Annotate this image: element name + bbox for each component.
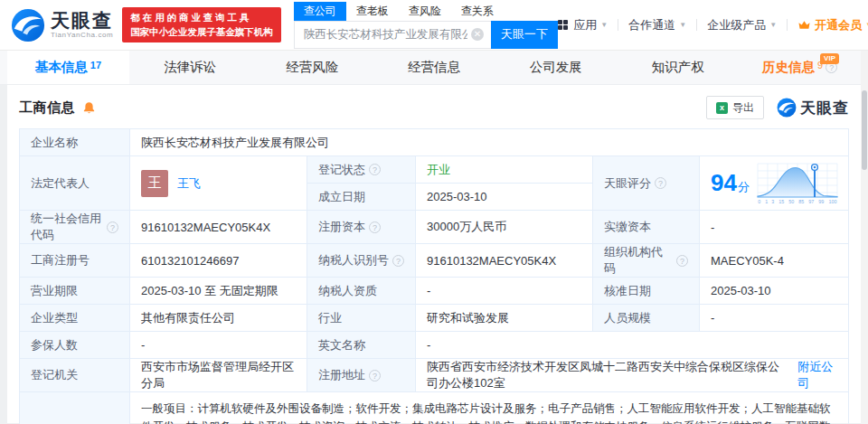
chevron-down-icon: ▼ [769, 21, 777, 29]
nav-vip-label: 开通会员 [815, 17, 862, 33]
help-icon[interactable]: ? [655, 177, 666, 189]
field-label: 企业名称 [20, 129, 130, 156]
field-label: 登记状态 ? [307, 156, 416, 184]
axis-tick: 3 [771, 199, 774, 203]
divider [696, 19, 697, 31]
nav-apps[interactable]: 应用 ▼ [558, 17, 608, 33]
table-row: 企业类型 其他有限责任公司 行业 研究和试验发展 人员规模 - [20, 305, 849, 332]
tab-operating-risk[interactable]: 经营风险 [251, 51, 373, 84]
tab-basic-info[interactable]: 基本信息 17 [7, 51, 129, 84]
table-row: 统一社会信用代码 ? 91610132MAECY05K4X 注册资本 ? 300… [20, 211, 849, 244]
field-label-text: 注册资本 [318, 219, 365, 235]
score-distribution-chart[interactable]: 0131550859799100 [757, 163, 838, 204]
nav-partner[interactable]: 合作通道 ▼ [628, 17, 686, 33]
field-label: 核准日期 [593, 278, 700, 305]
chevron-down-icon: ▼ [600, 21, 608, 29]
export-button[interactable]: x 导出 [706, 96, 764, 119]
industry-value: 研究和试验发展 [416, 305, 593, 332]
nav-vip[interactable]: 开通会员 ▼ [797, 17, 868, 33]
help-icon[interactable]: ? [392, 255, 404, 267]
table-row: 法定代表人 王 王飞 登记状态 ? 开业 成立日期 2025-03-10 [20, 156, 849, 211]
company-type-value: 其他有限责任公司 [130, 305, 307, 332]
nav-apps-label: 应用 [573, 17, 597, 33]
tianyancha-logo[interactable]: 天眼查 TianYanCha.com [11, 8, 113, 42]
org-code-value: MAECY05K-4 [700, 244, 849, 278]
watermark-text: 天眼查 [800, 98, 849, 118]
search-tab-company[interactable]: 查公司 [294, 2, 346, 21]
help-icon[interactable]: ? [107, 221, 118, 233]
english-name-value: - [416, 332, 849, 359]
table-row: 企业名称 陕西长安芯材科技产业发展有限公司 [20, 129, 849, 156]
clear-search-icon[interactable]: ✕ [471, 28, 484, 41]
divider [618, 19, 618, 31]
nav-enterprise-label: 企业级产品 [707, 17, 766, 33]
tab-intellectual-property[interactable]: 知识产权 [617, 51, 739, 84]
tab-history-info[interactable]: 历史信息 9 ? VIP [739, 51, 861, 84]
divider [787, 19, 788, 31]
tab-label: 公司发展 [530, 59, 582, 76]
field-label: 参保人数 [20, 332, 130, 359]
monitor-bell-icon[interactable] [82, 101, 96, 115]
company-name-value: 陕西长安芯材科技产业发展有限公司 [130, 129, 849, 156]
search-tab-relation[interactable]: 查关系 [451, 2, 504, 21]
search-tab-risk[interactable]: 查风险 [399, 2, 451, 21]
nav-enterprise[interactable]: 企业级产品 ▼ [707, 17, 777, 33]
legal-rep-cell: 王 王飞 [130, 156, 307, 211]
tab-legal-proceedings[interactable]: 法律诉讼 [129, 51, 251, 84]
field-label: 经营范围 ? [20, 392, 130, 424]
nearby-companies-link[interactable]: 附近公司 [797, 359, 837, 391]
search-button[interactable]: 天眼一下 [491, 21, 558, 49]
brand-domain: TianYanCha.com [51, 31, 113, 39]
legal-rep-link[interactable]: 王飞 [177, 175, 201, 192]
table-row: 营业期限 2025-03-10 至 无固定期限 纳税人资质 - 核准日期 202… [20, 278, 849, 305]
field-label: 注册地址 ? [307, 359, 416, 392]
help-icon[interactable]: ? [369, 370, 381, 382]
tab-business-info[interactable]: 经营信息 [373, 51, 495, 84]
help-icon[interactable]: ? [369, 164, 381, 175]
field-label: 纳税人资质 [307, 278, 416, 305]
scrollbar[interactable] [861, 51, 868, 424]
tab-label: 经营信息 [408, 59, 460, 76]
top-nav: 应用 ▼ 合作通道 ▼ 企业级产品 ▼ 开通会员 ▼ [558, 16, 868, 34]
tab-company-development[interactable]: 公司发展 [495, 51, 617, 84]
tab-label: 知识产权 [652, 59, 704, 76]
axis-tick: 15 [778, 199, 784, 203]
brand-name: 天眼查 [51, 11, 113, 31]
excel-icon: x [716, 102, 728, 114]
tab-count: 17 [90, 60, 101, 71]
score-unit: 分 [738, 180, 750, 193]
search-box: ✕ [294, 21, 491, 49]
field-label-text: 注册地址 [318, 367, 365, 383]
axis-tick: 97 [808, 199, 814, 203]
tianyancha-logo-icon [11, 8, 45, 42]
business-term-value: 2025-03-10 至 无固定期限 [130, 278, 307, 305]
field-label-text: 统一社会信用代码 [31, 211, 103, 243]
field-label: 行业 [307, 305, 416, 332]
reg-status-value: 开业 [416, 156, 593, 184]
axis-tick: 85 [798, 199, 804, 203]
company-info-table: 企业名称 陕西长安芯材科技产业发展有限公司 法定代表人 王 王飞 登记状态 ? … [19, 128, 849, 424]
field-label: 注册资本 ? [307, 211, 416, 244]
search-input[interactable] [295, 28, 471, 41]
credit-code-value: 91610132MAECY05K4X [130, 211, 307, 244]
score-axis-labels: 0131550859799100 [757, 199, 838, 204]
help-icon[interactable]: ? [369, 221, 381, 233]
insured-count-value: - [130, 332, 307, 359]
field-label: 登记机关 [20, 359, 130, 392]
section-header: 工商信息 x 导出 天眼查 [19, 96, 849, 119]
field-label: 工商注册号 [20, 244, 130, 278]
search-tabs: 查公司 查老板 查风险 查关系 [294, 2, 558, 21]
help-icon[interactable]: ? [676, 255, 688, 267]
search-module: 查公司 查老板 查风险 查关系 ✕ 天眼一下 [294, 2, 558, 49]
company-tabbar: 基本信息 17 法律诉讼 经营风险 经营信息 公司发展 知识产权 历史信息 9 … [0, 51, 868, 85]
avatar[interactable]: 王 [141, 170, 168, 197]
field-label: 成立日期 [307, 184, 416, 211]
reg-address-cell: 陕西省西安市经济技术开发区凤城十二路西安关中综合保税区综保公司办公楼102室 附… [416, 359, 849, 392]
tianyancha-logo-icon [777, 98, 797, 118]
field-label-text: 纳税人识别号 [318, 252, 389, 269]
scrollbar-thumb[interactable] [862, 90, 867, 170]
nav-partner-label: 合作通道 [628, 17, 675, 33]
field-label: 法定代表人 [20, 156, 130, 211]
table-row: 参保人数 - 英文名称 - [20, 332, 849, 359]
search-tab-boss[interactable]: 查老板 [346, 2, 399, 21]
